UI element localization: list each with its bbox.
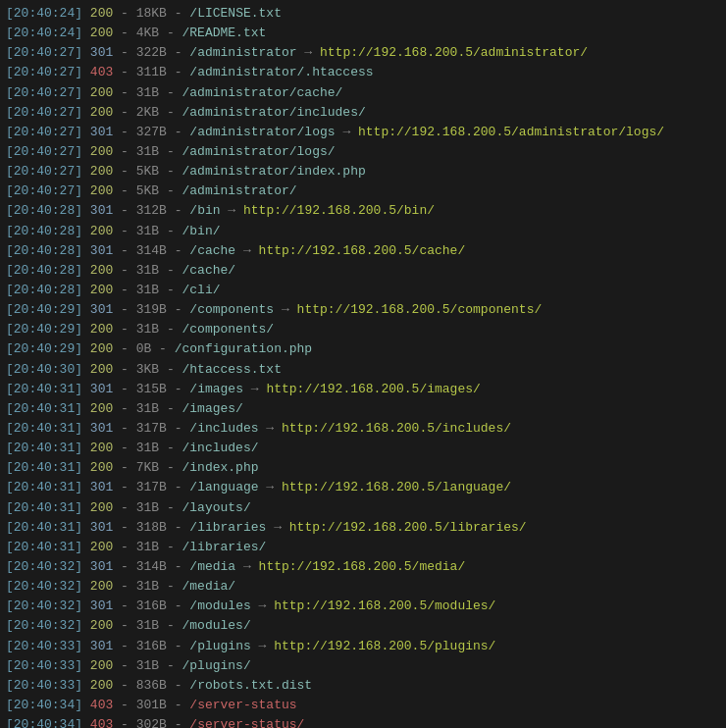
status-code: 200	[90, 500, 113, 515]
timestamp: [20:40:28]	[6, 243, 82, 258]
path: /administrator/logs/	[182, 144, 336, 159]
redirect-url: http://192.168.200.5/administrator/logs/	[358, 125, 664, 139]
path: /bin	[189, 203, 220, 218]
timestamp: [20:40:33]	[6, 678, 82, 693]
status-code: 403	[90, 698, 113, 712]
log-container: [20:40:24] 200 - 18KB - /LICENSE.txt[20:…	[6, 4, 720, 728]
size: 31B	[136, 401, 159, 416]
log-line: [20:40:31] 200 - 31B - /layouts/	[6, 498, 720, 518]
status-code: 301	[90, 559, 113, 574]
status-code: 403	[90, 717, 113, 728]
size: 31B	[136, 540, 159, 554]
log-line: [20:40:31] 301 - 317B - /language → http…	[6, 478, 720, 497]
status-code: 301	[90, 45, 113, 60]
timestamp: [20:40:29]	[6, 341, 82, 356]
path: /media	[189, 559, 235, 574]
timestamp: [20:40:33]	[6, 658, 82, 673]
timestamp: [20:40:32]	[6, 598, 82, 613]
size: 5KB	[136, 164, 159, 179]
path: /administrator/includes/	[182, 105, 366, 120]
redirect-url: http://192.168.200.5/plugins/	[274, 639, 495, 653]
log-line: [20:40:28] 301 - 312B - /bin → http://19…	[6, 201, 720, 221]
path: /layouts/	[182, 500, 251, 515]
timestamp: [20:40:27]	[6, 45, 82, 60]
log-line: [20:40:28] 200 - 31B - /cache/	[6, 261, 720, 281]
path: /images	[189, 382, 243, 396]
size: 327B	[136, 125, 167, 139]
status-code: 200	[90, 618, 113, 633]
status-code: 301	[90, 125, 113, 139]
status-code: 301	[90, 520, 113, 535]
timestamp: [20:40:32]	[6, 559, 82, 574]
timestamp: [20:40:28]	[6, 263, 82, 278]
status-code: 200	[90, 144, 113, 159]
status-code: 200	[90, 658, 113, 673]
path: /modules/	[182, 618, 251, 633]
status-code: 200	[90, 540, 113, 554]
timestamp: [20:40:31]	[6, 460, 82, 475]
status-code: 200	[90, 105, 113, 120]
log-line: [20:40:31] 301 - 315B - /images → http:/…	[6, 380, 720, 399]
status-code: 301	[90, 639, 113, 653]
size: 31B	[136, 263, 159, 278]
redirect-url: http://192.168.200.5/includes/	[282, 421, 511, 436]
log-line: [20:40:29] 200 - 0B - /configuration.php	[6, 339, 720, 359]
log-line: [20:40:31] 301 - 318B - /libraries → htt…	[6, 518, 720, 538]
path: /cli/	[182, 283, 221, 297]
redirect-url: http://192.168.200.5/modules/	[274, 598, 495, 613]
timestamp: [20:40:27]	[6, 125, 82, 139]
size: 31B	[136, 283, 159, 297]
redirect-url: http://192.168.200.5/images/	[266, 382, 480, 396]
log-line: [20:40:28] 200 - 31B - /cli/	[6, 281, 720, 300]
size: 31B	[136, 322, 159, 337]
status-code: 301	[90, 480, 113, 494]
status-code: 200	[90, 85, 113, 100]
size: 315B	[136, 382, 167, 396]
log-line: [20:40:24] 200 - 4KB - /README.txt	[6, 24, 720, 43]
size: 317B	[136, 480, 167, 494]
path: /plugins/	[182, 658, 251, 673]
path: /components/	[182, 322, 275, 337]
timestamp: [20:40:28]	[6, 283, 82, 297]
timestamp: [20:40:24]	[6, 26, 82, 40]
log-line: [20:40:27] 200 - 31B - /administrator/ca…	[6, 83, 720, 103]
path: /administrator	[189, 45, 296, 60]
status-code: 200	[90, 460, 113, 475]
size: 316B	[136, 639, 167, 653]
status-code: 200	[90, 263, 113, 278]
path: /robots.txt.dist	[189, 678, 312, 693]
path: /cache	[189, 243, 235, 258]
path: /configuration.php	[175, 341, 312, 356]
redirect-url: http://192.168.200.5/media/	[259, 559, 466, 574]
status-code: 200	[90, 678, 113, 693]
size: 312B	[136, 203, 167, 218]
redirect-url: http://192.168.200.5/bin/	[243, 203, 435, 218]
timestamp: [20:40:24]	[6, 6, 82, 21]
timestamp: [20:40:34]	[6, 698, 82, 712]
status-code: 200	[90, 283, 113, 297]
size: 7KB	[136, 460, 159, 475]
timestamp: [20:40:31]	[6, 480, 82, 494]
timestamp: [20:40:27]	[6, 183, 82, 198]
timestamp: [20:40:31]	[6, 382, 82, 396]
size: 31B	[136, 144, 159, 159]
status-code: 200	[90, 401, 113, 416]
path: /plugins	[189, 639, 250, 653]
size: 314B	[136, 243, 167, 258]
path: /administrator/logs	[189, 125, 335, 139]
size: 319B	[136, 302, 167, 317]
log-line: [20:40:32] 200 - 31B - /modules/	[6, 616, 720, 636]
timestamp: [20:40:27]	[6, 65, 82, 79]
timestamp: [20:40:32]	[6, 618, 82, 633]
status-code: 301	[90, 243, 113, 258]
log-line: [20:40:27] 403 - 311B - /administrator/.…	[6, 63, 720, 82]
log-line: [20:40:33] 301 - 316B - /plugins → http:…	[6, 637, 720, 656]
size: 31B	[136, 224, 159, 238]
status-code: 301	[90, 203, 113, 218]
path: /LICENSE.txt	[189, 6, 282, 21]
path: /media/	[182, 579, 236, 594]
path: /administrator/.htaccess	[189, 65, 373, 79]
status-code: 200	[90, 164, 113, 179]
status-code: 200	[90, 362, 113, 377]
size: 5KB	[136, 183, 159, 198]
